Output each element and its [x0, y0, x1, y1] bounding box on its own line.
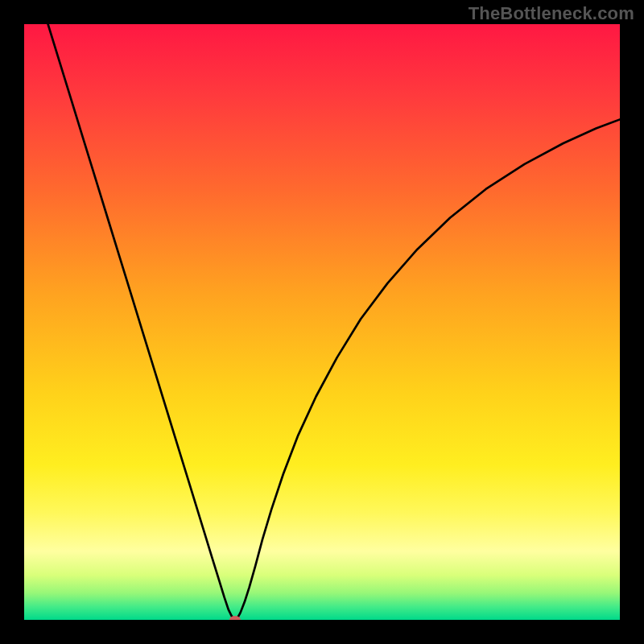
chart-svg: [24, 24, 620, 620]
gradient-background: [24, 24, 620, 620]
watermark-text: TheBottleneck.com: [469, 3, 634, 24]
plot-area: [24, 24, 620, 620]
chart-frame: TheBottleneck.com: [0, 0, 644, 644]
